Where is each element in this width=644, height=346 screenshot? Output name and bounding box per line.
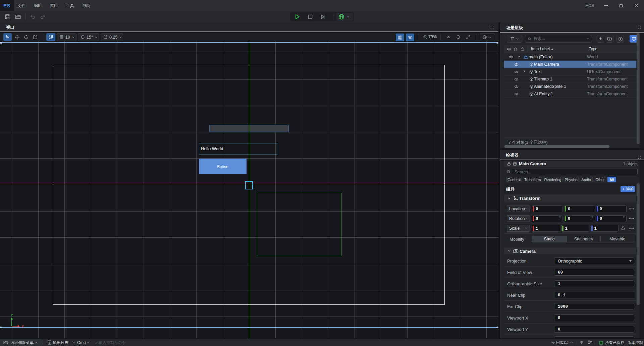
svg-text:X: X [21, 324, 24, 328]
svg-text:Y: Y [11, 313, 13, 317]
